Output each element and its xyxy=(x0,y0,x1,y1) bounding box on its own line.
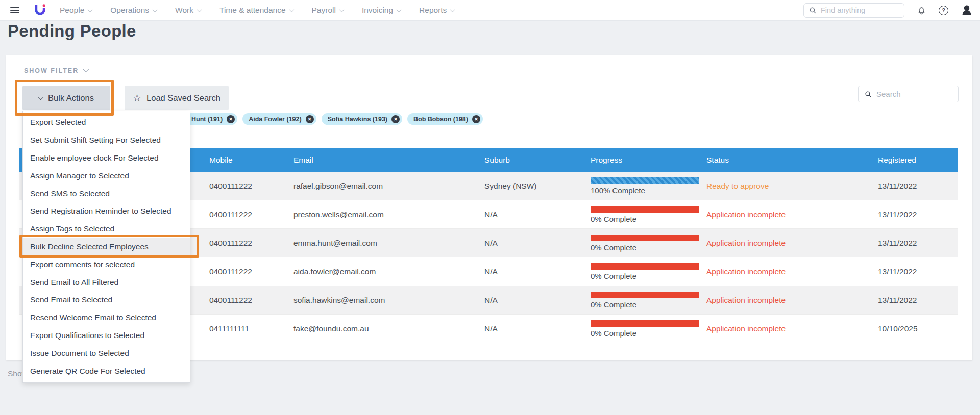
bulk-actions-button[interactable]: Bulk Actions xyxy=(22,86,110,110)
foundu-logo-icon xyxy=(34,4,46,17)
cell-status: Application incomplete xyxy=(706,324,878,333)
top-nav: People Operations Work Time & attendance… xyxy=(0,0,980,21)
remove-chip-icon[interactable]: ✕ xyxy=(391,115,400,123)
progress-label: 0% Complete xyxy=(591,329,706,338)
progress-bar xyxy=(591,206,699,213)
cell-status: Application incomplete xyxy=(706,296,878,305)
content-card: SHOW FILTER Bulk Actions ☆ Load Saved Se… xyxy=(6,55,972,360)
nav-item-work[interactable]: Work xyxy=(175,6,201,15)
hamburger-menu-icon[interactable] xyxy=(10,7,19,13)
nav-item-time-attendance[interactable]: Time & attendance xyxy=(219,6,293,15)
cell-registered: 13/11/2022 xyxy=(878,267,958,276)
filter-chip-label: Aida Fowler (192) xyxy=(249,116,302,123)
bulk-menu-item[interactable]: Issue Document to Selected xyxy=(23,344,190,362)
remove-chip-icon[interactable]: ✕ xyxy=(227,115,235,123)
cell-mobile: 0400111222 xyxy=(209,210,293,219)
nav-item-label: Payroll xyxy=(312,6,336,15)
nav-item-payroll[interactable]: Payroll xyxy=(312,6,344,15)
filter-chip[interactable]: Sofia Hawkins (193) ✕ xyxy=(322,113,402,125)
filter-chip[interactable]: Bob Bobson (198) ✕ xyxy=(407,113,483,125)
bulk-menu-item[interactable]: Send Email to All Filtered xyxy=(23,273,190,291)
cell-registered: 13/11/2022 xyxy=(878,210,958,219)
bulk-menu-item[interactable]: Export Qualifications to Selected xyxy=(23,327,190,345)
nav-menu: People Operations Work Time & attendance… xyxy=(60,6,454,15)
progress-bar xyxy=(591,292,699,298)
help-button[interactable]: ? xyxy=(939,6,948,15)
cell-email: sofia.hawkins@email.com xyxy=(293,296,484,305)
bulk-actions-label: Bulk Actions xyxy=(48,93,94,103)
app-logo[interactable] xyxy=(34,4,46,17)
bulk-menu-item[interactable]: Bulk Decline Selected Employees xyxy=(23,238,190,256)
bulk-menu-item[interactable]: Enable employee clock For Selected xyxy=(23,149,190,167)
column-header: Mobile xyxy=(209,155,293,165)
bulk-menu-item[interactable]: Send SMS to Selected xyxy=(23,185,190,202)
bulk-menu-item[interactable]: Assign Manager to Selected xyxy=(23,167,190,185)
cell-email: fake@foundu.com.au xyxy=(293,324,484,333)
cell-suburb: N/A xyxy=(484,267,591,276)
cell-registered: 10/10/2025 xyxy=(878,324,958,333)
nav-item-label: Invoicing xyxy=(362,6,393,15)
table-search[interactable] xyxy=(858,86,959,102)
cell-email: emma.hunt@email.com xyxy=(293,239,484,248)
chevron-down-icon xyxy=(339,7,344,12)
search-icon xyxy=(809,7,817,14)
filter-chip[interactable]: Aida Fowler (192) ✕ xyxy=(242,113,316,125)
progress-bar xyxy=(591,177,699,184)
load-saved-search-button[interactable]: ☆ Load Saved Search xyxy=(125,86,229,110)
chevron-down-icon xyxy=(153,7,158,12)
notifications-button[interactable] xyxy=(917,6,926,15)
bulk-menu-item[interactable]: Assign Tags to Selected xyxy=(23,220,190,238)
chevron-down-icon xyxy=(88,7,93,12)
chevron-down-icon xyxy=(83,67,89,72)
filter-chip[interactable]: Hunt (191) ✕ xyxy=(185,113,237,125)
chevron-down-icon xyxy=(38,94,43,100)
remove-chip-icon[interactable]: ✕ xyxy=(306,115,314,123)
user-avatar[interactable] xyxy=(961,4,973,17)
nav-item-operations[interactable]: Operations xyxy=(110,6,157,15)
global-search-input[interactable] xyxy=(821,6,892,14)
bulk-menu-item[interactable]: Export Selected xyxy=(23,114,190,132)
nav-item-reports[interactable]: Reports xyxy=(419,6,454,15)
bulk-menu-item[interactable]: Resend Welcome Email to Selected xyxy=(23,309,190,327)
nav-item-invoicing[interactable]: Invoicing xyxy=(362,6,401,15)
cell-email: rafael.gibson@email.com xyxy=(293,181,484,191)
show-filter-toggle[interactable]: SHOW FILTER xyxy=(24,67,87,74)
progress-label: 0% Complete xyxy=(591,272,706,280)
bulk-menu-item[interactable]: Export comments for selected xyxy=(23,255,190,273)
bulk-actions-menu: Export Selected Set Submit Shift Setting… xyxy=(22,111,190,383)
bulk-menu-item[interactable]: Send Registration Reminder to Selected xyxy=(23,202,190,220)
nav-item-label: Reports xyxy=(419,6,447,15)
nav-item-people[interactable]: People xyxy=(60,6,92,15)
cell-suburb: N/A xyxy=(484,210,591,219)
cell-suburb: Sydney (NSW) xyxy=(484,181,591,191)
cell-mobile: 0400111222 xyxy=(209,267,293,276)
bulk-menu-item[interactable]: Send Email to Selected xyxy=(23,291,190,309)
column-header: Suburb xyxy=(484,155,591,165)
nav-item-label: People xyxy=(60,6,84,15)
cell-registered: 13/11/2022 xyxy=(878,239,958,248)
bulk-menu-item[interactable]: Generate QR Code For Selected xyxy=(23,362,190,380)
cell-mobile: 0400111222 xyxy=(209,239,293,248)
column-header: Progress xyxy=(591,155,706,165)
progress-bar xyxy=(591,320,699,327)
show-filter-label: SHOW FILTER xyxy=(24,67,79,74)
progress-bar xyxy=(591,263,699,270)
cell-status: Application incomplete xyxy=(706,210,878,219)
cell-registered: 13/11/2022 xyxy=(878,181,958,191)
progress-label: 0% Complete xyxy=(591,243,706,252)
cell-progress: 0% Complete xyxy=(591,206,706,223)
cell-email: preston.wells@email.com xyxy=(293,210,484,219)
cell-progress: 0% Complete xyxy=(591,263,706,280)
cell-suburb: N/A xyxy=(484,296,591,305)
progress-label: 0% Complete xyxy=(591,215,706,223)
progress-bar xyxy=(591,235,699,241)
bulk-menu-item[interactable]: Set Submit Shift Setting For Selected xyxy=(23,132,190,149)
help-icon: ? xyxy=(939,6,948,15)
cell-progress: 0% Complete xyxy=(591,320,706,338)
global-search[interactable] xyxy=(803,3,904,18)
nav-right: ? xyxy=(803,3,973,18)
filter-chip-label: Hunt (191) xyxy=(191,116,223,123)
table-search-input[interactable] xyxy=(876,90,943,98)
avatar-icon xyxy=(961,4,973,17)
remove-chip-icon[interactable]: ✕ xyxy=(472,115,480,123)
